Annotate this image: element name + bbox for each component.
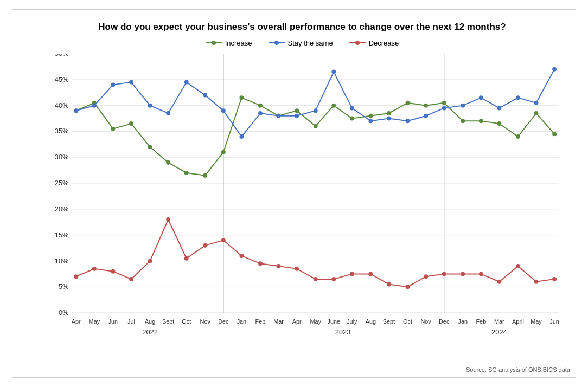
svg-point-116: [221, 238, 226, 242]
svg-point-57: [129, 121, 133, 126]
svg-text:April: April: [512, 318, 524, 325]
svg-text:Jan: Jan: [458, 318, 468, 325]
svg-point-113: [166, 217, 170, 222]
svg-point-75: [461, 119, 465, 123]
svg-text:15%: 15%: [55, 230, 69, 238]
chart-svg: 50% 45% 40% 35% 30% 25% 20% 15% 10% 5% 0…: [45, 54, 559, 334]
svg-point-100: [424, 114, 428, 118]
svg-text:Jul: Jul: [127, 318, 135, 325]
svg-point-87: [184, 80, 189, 84]
svg-text:Feb: Feb: [255, 318, 266, 325]
svg-point-117: [239, 254, 244, 258]
svg-point-83: [111, 82, 115, 87]
svg-text:Sept: Sept: [162, 318, 174, 325]
svg-point-108: [74, 274, 78, 279]
svg-point-107: [552, 67, 557, 72]
svg-point-61: [203, 173, 207, 178]
svg-point-126: [406, 285, 410, 289]
svg-text:Apr: Apr: [292, 318, 302, 325]
svg-point-124: [368, 272, 373, 276]
svg-point-129: [461, 272, 465, 276]
svg-text:July: July: [347, 318, 357, 325]
svg-text:Feb: Feb: [476, 318, 486, 325]
svg-point-79: [534, 111, 539, 115]
svg-point-103: [479, 95, 483, 100]
chart-container: How do you expect your business's overal…: [12, 9, 576, 378]
svg-text:2023: 2023: [335, 328, 351, 334]
svg-point-94: [314, 108, 318, 113]
svg-text:2022: 2022: [142, 328, 158, 334]
svg-text:Mar: Mar: [273, 318, 284, 325]
svg-text:June: June: [327, 318, 340, 325]
svg-point-84: [129, 80, 133, 84]
legend-decrease-label: Decrease: [369, 39, 399, 47]
svg-text:Oct: Oct: [403, 318, 412, 325]
svg-text:30%: 30%: [55, 153, 69, 161]
svg-point-122: [331, 277, 336, 281]
svg-point-71: [387, 111, 391, 115]
svg-point-104: [497, 106, 501, 110]
svg-point-114: [184, 256, 189, 261]
svg-point-67: [314, 124, 318, 128]
svg-point-73: [424, 103, 428, 107]
svg-point-102: [461, 103, 465, 107]
svg-text:0%: 0%: [59, 308, 69, 317]
svg-text:Jan: Jan: [237, 318, 247, 325]
svg-point-109: [92, 267, 97, 271]
svg-text:Jun: Jun: [549, 318, 559, 325]
svg-point-106: [534, 101, 539, 105]
svg-point-93: [295, 114, 299, 118]
svg-text:2024: 2024: [491, 328, 507, 334]
svg-point-105: [516, 95, 520, 100]
svg-point-66: [295, 108, 299, 113]
svg-point-134: [552, 277, 557, 281]
svg-point-92: [277, 114, 281, 118]
svg-point-131: [497, 280, 501, 284]
legend-decrease: Decrease: [349, 39, 399, 47]
svg-point-74: [442, 101, 446, 105]
svg-text:Apr: Apr: [72, 318, 81, 325]
svg-point-130: [479, 272, 483, 276]
svg-point-56: [111, 126, 115, 131]
svg-point-119: [277, 264, 281, 268]
legend-stay-same-label: Stay the same: [288, 39, 333, 47]
svg-point-132: [516, 264, 520, 268]
svg-point-81: [74, 108, 78, 113]
legend-stay-same: Stay the same: [269, 39, 333, 47]
svg-point-120: [295, 267, 299, 271]
svg-text:May: May: [310, 318, 321, 325]
svg-text:5%: 5%: [59, 282, 69, 291]
svg-point-101: [442, 106, 446, 110]
svg-point-121: [314, 277, 318, 281]
svg-point-89: [221, 108, 226, 113]
svg-text:Dec: Dec: [439, 318, 450, 325]
svg-text:20%: 20%: [55, 205, 69, 213]
svg-point-133: [534, 280, 539, 284]
svg-point-128: [442, 272, 446, 276]
svg-text:45%: 45%: [55, 75, 69, 83]
svg-point-72: [406, 101, 410, 105]
svg-point-123: [350, 272, 354, 276]
svg-point-112: [148, 259, 152, 263]
svg-text:Aug: Aug: [145, 318, 155, 325]
source-text: Source: SG analysis of ONS BICS data: [466, 366, 570, 373]
svg-point-64: [258, 103, 263, 107]
svg-text:50%: 50%: [55, 54, 69, 57]
svg-point-125: [387, 282, 391, 286]
svg-point-82: [92, 103, 97, 107]
svg-point-86: [166, 111, 170, 115]
svg-point-111: [129, 277, 133, 281]
svg-point-88: [203, 93, 207, 97]
svg-text:May: May: [89, 318, 100, 325]
svg-text:Oct: Oct: [182, 318, 191, 325]
svg-text:35%: 35%: [55, 127, 69, 135]
svg-point-115: [203, 243, 207, 248]
svg-point-85: [148, 103, 152, 107]
svg-point-76: [479, 119, 483, 123]
legend-increase: Increase: [206, 39, 252, 47]
legend-increase-label: Increase: [225, 39, 252, 47]
svg-text:40%: 40%: [55, 101, 69, 109]
svg-text:Aug: Aug: [366, 318, 376, 325]
svg-point-68: [331, 103, 336, 107]
svg-text:Mar: Mar: [494, 318, 504, 325]
